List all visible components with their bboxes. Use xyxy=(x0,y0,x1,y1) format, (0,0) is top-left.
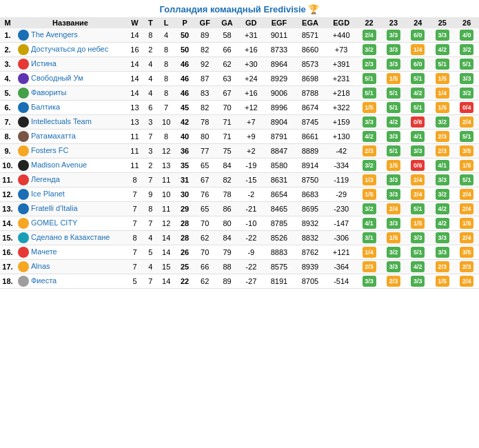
result-badge: 6/0 xyxy=(411,59,425,70)
col-l: L xyxy=(157,17,176,28)
team-badge-24: 5/1 xyxy=(406,202,430,216)
team-t: 5 xyxy=(144,245,157,260)
team-badge-22: 5/1 xyxy=(357,86,381,101)
team-gd: -2 xyxy=(238,187,263,202)
team-name-cell: Ice Planet xyxy=(15,187,125,202)
team-egf: 8526 xyxy=(264,231,295,245)
team-l: 7 xyxy=(157,101,176,115)
team-gf: 65 xyxy=(194,202,216,216)
team-badge-25: 3/3 xyxy=(430,245,454,260)
team-name[interactable]: Intellectuals Team xyxy=(31,117,92,125)
team-rank: 7. xyxy=(0,115,15,130)
team-w: 7 xyxy=(125,202,144,216)
team-name-cell: Истина xyxy=(15,57,125,72)
team-rank: 9. xyxy=(0,144,15,159)
team-name[interactable]: Madison Avenue xyxy=(31,161,87,169)
team-name[interactable]: Легенда xyxy=(31,175,60,183)
team-name[interactable]: Свободный Ум xyxy=(31,74,83,82)
table-header: М Название W T L P GF GA GD EGF EGA EGD … xyxy=(0,17,479,28)
team-badge-23: 4/2 xyxy=(381,115,405,130)
team-name-cell: Intellectuals Team xyxy=(15,115,125,130)
team-ga: 62 xyxy=(216,57,238,72)
result-badge: 1/3 xyxy=(363,174,376,185)
team-rank: 6. xyxy=(0,101,15,115)
team-rank: 14. xyxy=(0,216,15,231)
team-l: 13 xyxy=(157,159,176,173)
result-badge: 1/5 xyxy=(436,276,449,287)
team-badge-22: 1/5 xyxy=(357,187,381,202)
team-ga: 86 xyxy=(216,202,238,216)
team-gd: +16 xyxy=(238,86,263,101)
table-row: 8.Ратамахатта1178408071+987918661+1304/2… xyxy=(0,130,479,144)
col-23: 23 xyxy=(381,17,405,28)
team-badge-22: 3/3 xyxy=(357,115,381,130)
result-badge: 3/2 xyxy=(460,88,473,99)
standings-table: М Название W T L P GF GA GD EGF EGA EGD … xyxy=(0,17,479,289)
team-name[interactable]: Fratelli d'Italia xyxy=(31,204,78,212)
team-gd: +7 xyxy=(238,115,263,130)
result-badge: 2/4 xyxy=(387,203,400,214)
team-rank: 18. xyxy=(0,274,15,289)
team-ga: 70 xyxy=(216,101,238,115)
result-badge: 2/4 xyxy=(460,232,473,243)
result-badge: 4/2 xyxy=(411,261,425,272)
col-25: 25 xyxy=(430,17,454,28)
team-badge-25: 2/3 xyxy=(430,130,454,144)
team-badge-24: 2/4 xyxy=(406,187,430,202)
team-name[interactable]: Ice Planet xyxy=(31,190,65,198)
team-name[interactable]: The Avengers xyxy=(31,30,78,39)
result-badge: 2/4 xyxy=(411,174,425,185)
result-badge: 2/4 xyxy=(460,203,473,214)
team-badge-24: 6/0 xyxy=(406,57,430,72)
team-gf: 78 xyxy=(194,115,216,130)
team-ega: 8660 xyxy=(294,43,325,57)
table-row: 18.Фиеста5714226289-2781918705-5143/32/3… xyxy=(0,274,479,289)
result-badge: 3/3 xyxy=(387,59,400,70)
team-name[interactable]: Ратамахатта xyxy=(31,132,76,140)
team-logo xyxy=(18,145,29,156)
team-badge-23: 3/3 xyxy=(381,173,405,187)
team-name[interactable]: Fosters FC xyxy=(31,146,68,154)
result-badge: 3/3 xyxy=(387,174,400,185)
team-badge-24: 3/3 xyxy=(406,231,430,245)
col-gf: GF xyxy=(194,17,216,28)
team-badge-24: 6/0 xyxy=(406,28,430,43)
team-badge-22: 2/3 xyxy=(357,57,381,72)
team-logo xyxy=(18,247,29,258)
team-t: 7 xyxy=(144,130,157,144)
result-badge: 3/3 xyxy=(460,73,473,84)
team-ega: 8661 xyxy=(294,130,325,144)
team-t: 4 xyxy=(144,57,157,72)
team-name[interactable]: Достучаться до небес xyxy=(31,45,108,53)
team-badge-24: 3/3 xyxy=(406,144,430,159)
team-logo xyxy=(18,160,29,171)
team-badge-25: 4/2 xyxy=(430,216,454,231)
result-badge: 5/1 xyxy=(387,145,400,156)
team-name[interactable]: Мачете xyxy=(31,247,57,256)
team-name[interactable]: Фавориты xyxy=(31,88,67,96)
team-l: 12 xyxy=(157,144,176,159)
team-name-cell: Madison Avenue xyxy=(15,159,125,173)
team-gf: 67 xyxy=(194,173,216,187)
result-badge: 2/3 xyxy=(363,145,376,156)
team-w: 13 xyxy=(125,115,144,130)
team-gf: 89 xyxy=(194,28,216,43)
team-logo xyxy=(18,276,29,287)
team-name[interactable]: Сделано в Казахстане xyxy=(31,233,110,241)
team-name[interactable]: GOMEL CITY xyxy=(31,218,77,227)
team-name[interactable]: Фиеста xyxy=(31,276,57,285)
team-name[interactable]: Alnas xyxy=(31,262,50,270)
team-logo xyxy=(18,88,29,99)
team-gd: +31 xyxy=(238,28,263,43)
team-name[interactable]: Истина xyxy=(31,59,57,68)
team-w: 11 xyxy=(125,130,144,144)
team-gf: 66 xyxy=(194,260,216,274)
team-ga: 89 xyxy=(216,274,238,289)
team-badge-26: 2/3 xyxy=(454,260,479,274)
team-badge-26: 2/4 xyxy=(454,274,479,289)
team-logo xyxy=(18,218,29,229)
team-rank: 8. xyxy=(0,130,15,144)
team-t: 4 xyxy=(144,260,157,274)
team-t: 2 xyxy=(144,159,157,173)
team-name[interactable]: Балтика xyxy=(31,103,60,111)
